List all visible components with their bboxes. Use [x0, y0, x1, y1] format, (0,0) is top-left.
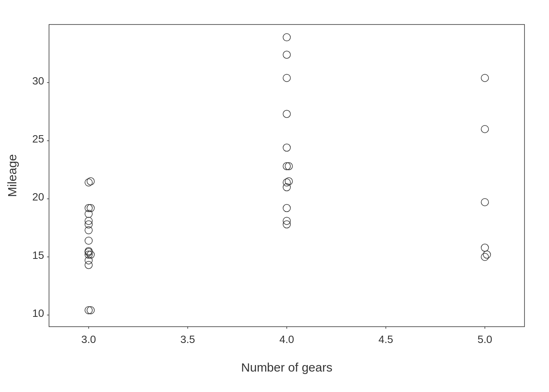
scatter-plot: 10 15 20 25 30 Mileage 3.0 3.5 4. — [0, 0, 549, 392]
y-label-10: 10 — [32, 307, 44, 319]
plot-area-border — [49, 24, 524, 327]
x-label-3.5: 3.5 — [180, 333, 195, 345]
y-axis-label: Mileage — [5, 154, 19, 197]
x-label-3: 3.0 — [81, 333, 96, 345]
x-label-4: 4.0 — [279, 333, 294, 345]
y-label-20: 20 — [32, 191, 44, 203]
x-label-5: 5.0 — [478, 333, 492, 345]
x-axis-label: Number of gears — [241, 361, 332, 374]
y-label-30: 30 — [32, 75, 44, 87]
y-label-15: 15 — [32, 249, 44, 261]
chart-container: 10 15 20 25 30 Mileage 3.0 3.5 4. — [0, 0, 549, 392]
y-label-25: 25 — [32, 133, 44, 145]
x-label-4.5: 4.5 — [378, 333, 393, 345]
